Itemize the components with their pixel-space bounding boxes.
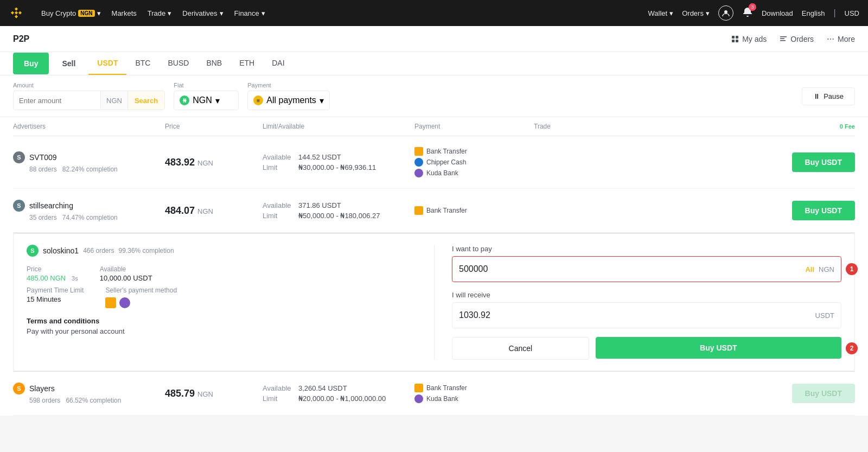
table-header: Advertisers Price Limit/Available Paymen… — [13, 117, 855, 136]
cancel-button[interactable]: Cancel — [452, 337, 589, 360]
nav-derivatives[interactable]: Derivatives ▾ — [178, 7, 227, 20]
advertiser-name-slayers[interactable]: Slayers — [29, 384, 55, 393]
terms-section: Terms and conditions Pay with your perso… — [27, 317, 421, 335]
all-link[interactable]: All — [805, 265, 814, 273]
buy-usdt-btn-2[interactable]: Buy USDT — [792, 201, 855, 220]
expanded-advertiser: S soloskino1 466 orders 99.36% completio… — [27, 245, 421, 257]
kuda-bank-icon-slayers — [414, 394, 423, 403]
tab-buy[interactable]: Buy — [13, 53, 49, 74]
buy-usdt-btn-1[interactable]: Buy USDT — [792, 152, 855, 172]
limit-col-2: Available 371.86 USDT Limit ₦50,000.00 -… — [263, 201, 414, 220]
pay-input-wrap: All NGN — [452, 256, 841, 282]
tab-eth[interactable]: ETH — [231, 52, 263, 75]
notification-bell[interactable]: 3 — [742, 7, 753, 20]
amount-currency: NGN — [100, 91, 127, 110]
header-price: Price — [165, 123, 263, 130]
price-col-1: 483.92 NGN — [165, 157, 263, 168]
advertiser-col-1: S SVT009 88 orders 82.24% completion — [13, 151, 165, 173]
my-ads-link[interactable]: My ads — [731, 35, 767, 43]
fiat-select-wrap[interactable]: ₦ NGN ▾ — [174, 91, 239, 110]
payment-method-kuda-slayers: Kuda Bank — [414, 394, 534, 403]
tabs-bar: Buy Sell USDT BTC BUSD BNB ETH DAI — [0, 52, 868, 75]
header-limit: Limit/Available — [263, 123, 414, 130]
nav-links: Buy Crypto NGN ▾ Markets Trade ▾ Derivat… — [37, 7, 635, 20]
bank-transfer-icon-2 — [414, 206, 423, 215]
buy-usdt-confirm-button[interactable]: Buy USDT — [596, 337, 841, 359]
buy-usdt-btn-slayers[interactable]: Buy USDT — [792, 384, 855, 403]
expanded-bank-icon — [105, 297, 116, 308]
nav-markets[interactable]: Markets — [107, 7, 141, 20]
payment-method-bank-1: Bank Transfer — [414, 147, 534, 156]
table-row: S stillsearching 35 orders 74.47% comple… — [13, 189, 855, 233]
tab-usdt[interactable]: USDT — [88, 52, 126, 75]
receive-currency: USDT — [815, 311, 834, 320]
payment-method-kuda-1: Kuda Bank — [414, 169, 534, 177]
expanded-row: S soloskino1 466 orders 99.36% completio… — [13, 233, 855, 371]
download-link[interactable]: Download — [762, 9, 793, 17]
nav-right: Wallet ▾ Orders ▾ 3 Download English | — [648, 5, 859, 21]
orders-sub-link[interactable]: Orders — [780, 35, 814, 43]
tab-dai[interactable]: DAI — [263, 52, 293, 75]
nav-trade[interactable]: Trade ▾ — [143, 7, 176, 20]
expanded-price: 485.00 NGN 3s — [27, 274, 78, 282]
notification-count: 3 — [749, 3, 756, 11]
nav-buy-crypto[interactable]: Buy Crypto NGN ▾ — [37, 7, 105, 20]
table-row: S Slayers 598 orders 66.52% completion 4… — [13, 372, 855, 416]
tab-sell[interactable]: Sell — [51, 53, 86, 74]
amount-input-wrap: NGN Search — [13, 91, 165, 110]
tab-btc[interactable]: BTC — [126, 52, 159, 75]
tab-bnb[interactable]: BNB — [197, 52, 231, 75]
table-row: S SVT009 88 orders 82.24% completion 483… — [13, 136, 855, 189]
price-currency-1: NGN — [197, 159, 213, 167]
nav-finance[interactable]: Finance ▾ — [230, 7, 270, 20]
advertiser-name-stillsearching[interactable]: stillsearching — [29, 201, 73, 210]
price-col-slayers: 485.79 NGN — [165, 388, 263, 399]
payment-label: Payment — [247, 82, 330, 88]
page-title: P2P — [13, 34, 29, 44]
pause-button[interactable]: ⏸ Pause — [802, 87, 855, 105]
expanded-right: I want to pay All NGN 1 — [434, 245, 841, 360]
advertiser-stats-stillsearching: 35 orders 74.47% completion — [13, 214, 165, 221]
sub-navigation: P2P My ads Orders ⋯ More — [0, 26, 868, 52]
receive-amount-input[interactable] — [459, 310, 815, 320]
filters-bar: Amount NGN Search Fiat ₦ NGN ▾ Payment ≡… — [0, 75, 868, 117]
terms-title: Terms and conditions — [27, 317, 421, 325]
advertiser-name-svt009[interactable]: SVT009 — [29, 153, 57, 162]
payment-select-wrap[interactable]: ≡ All payments ▾ — [247, 91, 330, 110]
expanded-advertiser-name[interactable]: soloskino1 — [43, 246, 79, 255]
zero-fee-badge: 0 Fee — [840, 123, 855, 130]
advertiser-stats-svt009: 88 orders 82.24% completion — [13, 165, 165, 173]
header-trade: Trade 0 Fee — [534, 123, 855, 130]
currency-selector[interactable]: USD — [845, 9, 859, 17]
more-menu[interactable]: ⋯ More — [827, 35, 855, 43]
amount-input[interactable] — [14, 97, 100, 105]
avatar-slayers: S — [13, 383, 25, 394]
avatar[interactable] — [718, 5, 733, 21]
action-col-2: Buy USDT — [534, 201, 855, 220]
payment-col-slayers: Bank Transfer Kuda Bank — [414, 384, 534, 403]
top-navigation: Buy Crypto NGN ▾ Markets Trade ▾ Derivat… — [0, 0, 868, 26]
orders-link[interactable]: Orders ▾ — [682, 9, 710, 17]
kuda-bank-icon-1 — [414, 169, 423, 177]
logo[interactable] — [9, 5, 24, 21]
search-button[interactable]: Search — [127, 91, 164, 110]
seller-payment-label: Seller's payment method — [105, 287, 177, 294]
bank-transfer-icon-1 — [414, 147, 423, 156]
pay-form: I want to pay All NGN 1 — [452, 245, 841, 360]
action-col-1: Buy USDT — [534, 152, 855, 172]
language-selector[interactable]: English — [802, 9, 825, 17]
user-icon — [722, 9, 730, 17]
wallet-link[interactable]: Wallet ▾ — [648, 9, 674, 17]
form-actions: Cancel Buy USDT 2 — [452, 337, 841, 360]
payment-method-chipper-1: Chipper Cash — [414, 158, 534, 167]
svg-rect-5 — [736, 40, 738, 42]
price-col-2: 484.07 NGN — [165, 205, 263, 217]
limit-col-slayers: Available 3,260.54 USDT Limit ₦20,000.00… — [263, 384, 414, 403]
amount-filter-group: Amount NGN Search — [13, 82, 165, 110]
pay-amount-input[interactable] — [459, 264, 805, 274]
price-currency-slayers: NGN — [197, 390, 213, 398]
tab-busd[interactable]: BUSD — [159, 52, 197, 75]
svg-point-1 — [724, 10, 727, 14]
i-will-receive-label: I will receive — [452, 291, 841, 299]
payment-filter-group: Payment ≡ All payments ▾ — [247, 82, 330, 110]
